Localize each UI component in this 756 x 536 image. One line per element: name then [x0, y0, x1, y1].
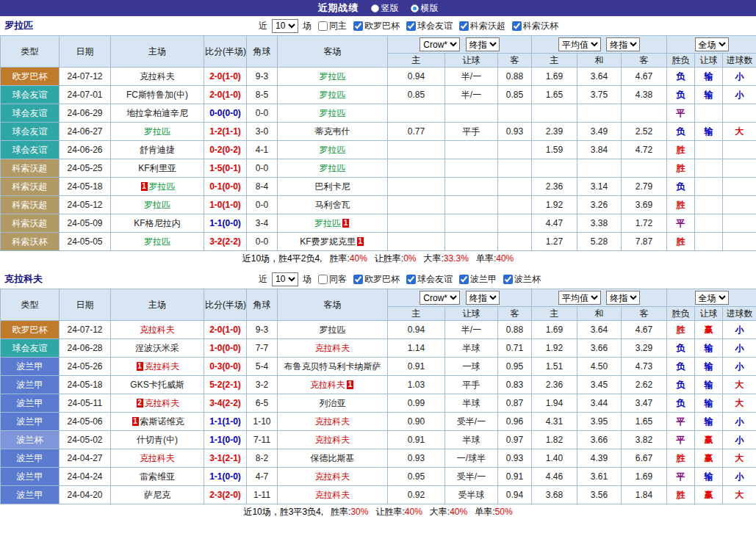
league-filter[interactable]: 欧罗巴杯 [353, 20, 400, 32]
same-venue-checkbox[interactable] [318, 275, 328, 284]
result-goals [723, 104, 756, 123]
odds-time-select[interactable]: 终指 [466, 291, 500, 305]
odds-away [498, 196, 532, 214]
avg-time-select[interactable]: 终指 [606, 37, 640, 51]
summary-prefix: 近10场，胜3平3负4, [243, 507, 323, 517]
match-row: 波兰甲24-05-112克拉科夫3-4(2-2)6-5列治亚0.99半球0.87… [1, 394, 756, 413]
match-score: 2-0(1-0) [204, 321, 247, 339]
league-checkbox[interactable] [353, 275, 363, 284]
odds-time-select[interactable]: 终指 [466, 37, 500, 51]
red-card-badge: 1 [342, 219, 349, 228]
league-filter[interactable]: 波兰杯 [503, 273, 541, 286]
team-label: 索斯诺维克 [140, 416, 184, 427]
corners: 3-2 [247, 376, 278, 394]
same-venue-filter[interactable]: 同客 [318, 273, 347, 286]
away-team: 布鲁克贝特马利卡纳斯萨 [278, 358, 388, 376]
team-label: 克拉科夫 [315, 471, 350, 482]
odds-source-select[interactable]: Crow* [420, 37, 460, 51]
league-filter[interactable]: 科索沃超 [459, 20, 505, 32]
avg-source-select[interactable]: 平均值 [558, 37, 601, 51]
red-card-badge: 1 [347, 380, 353, 389]
league-checkbox[interactable] [459, 275, 469, 284]
team-label: 罗拉匹 [320, 90, 346, 100]
recent-count-select[interactable]: 10 [272, 19, 298, 33]
match-row: 球会友谊24-06-26舒肯迪捷0-2(0-2)4-1罗拉匹1.593.844.… [1, 141, 756, 159]
corners: 4-1 [247, 141, 278, 159]
result-handicap: 赢 [695, 431, 723, 449]
league-checkbox[interactable] [459, 21, 469, 31]
scope-select[interactable]: 全场 [695, 37, 729, 51]
radio-icon[interactable] [411, 4, 419, 12]
home-team: 1克拉科夫 [111, 358, 204, 376]
red-card-badge: 1 [132, 417, 139, 426]
league-checkbox[interactable] [406, 21, 416, 31]
result-outcome: 负 [667, 178, 695, 196]
away-team: 罗拉匹 [278, 104, 388, 123]
odds-home: 0.85 [388, 86, 445, 104]
league-label: 科索沃杯 [523, 20, 558, 32]
avg-draw: 3.64 [577, 68, 622, 86]
top-header: 近期战绩 竖版 横版 [0, 0, 756, 16]
match-date: 24-05-02 [60, 431, 111, 449]
avg-away [622, 104, 667, 123]
match-score: 0-1(0-0) [204, 178, 247, 196]
team-label: 克拉科夫 [315, 435, 350, 445]
home-team: 2克拉科夫 [111, 394, 204, 413]
away-team: 克拉科夫 [278, 486, 388, 504]
odds-home: 1.03 [388, 376, 445, 394]
col-header-date: 日期 [60, 289, 111, 321]
team-label: 保德比斯基 [311, 453, 355, 463]
result-handicap: 输 [695, 394, 723, 413]
match-row: 波兰甲24-05-18GKS卡托威斯5-2(2-1)3-2克拉科夫11.03平手… [1, 376, 756, 394]
layout-radio-vertical[interactable]: 竖版 [371, 2, 399, 15]
scope-select[interactable]: 全场 [695, 291, 729, 305]
odds-away: 0.97 [498, 431, 532, 449]
avg-source-select[interactable]: 平均值 [558, 291, 601, 305]
recent-count-select[interactable]: 10 [272, 272, 298, 286]
league-filter[interactable]: 波兰甲 [459, 273, 497, 286]
league-type-badge: 波兰杯 [1, 431, 60, 449]
odds-handicap: 半球 [445, 339, 498, 358]
result-goals: 大 [723, 376, 756, 394]
match-date: 24-04-20 [60, 486, 111, 504]
league-checkbox[interactable] [503, 275, 513, 284]
corners: 0-0 [247, 196, 278, 214]
avg-home: 4.47 [532, 214, 577, 233]
avg-away: 2.79 [622, 178, 667, 196]
same-venue-checkbox[interactable] [318, 21, 328, 31]
home-team: 克拉科夫 [111, 321, 204, 339]
away-team: 罗拉匹 [278, 86, 388, 104]
match-date: 24-06-28 [60, 339, 111, 358]
odds-away [498, 159, 532, 178]
league-filter[interactable]: 科索沃杯 [512, 20, 558, 32]
avg-draw: 3.26 [577, 196, 622, 214]
avg-time-select[interactable]: 终指 [606, 291, 640, 305]
home-team: GKS卡托威斯 [111, 376, 204, 394]
away-team: 克拉科夫1 [278, 376, 388, 394]
odds-home [388, 233, 445, 251]
team-label: 克拉科夫 [140, 453, 175, 463]
col-header-score: 比分(半场) [204, 36, 247, 68]
odds-source-select[interactable]: Crow* [420, 291, 460, 305]
league-filter[interactable]: 球会友谊 [406, 273, 453, 286]
match-score: 5-2(2-1) [204, 376, 247, 394]
same-venue-label: 同客 [329, 273, 347, 286]
league-filter[interactable]: 球会友谊 [406, 20, 453, 32]
team-name: 克拉科夫 [4, 272, 43, 286]
league-filter[interactable]: 欧罗巴杯 [353, 273, 400, 286]
team-label: 罗拉匹 [149, 181, 176, 192]
league-checkbox[interactable] [406, 275, 416, 284]
same-venue-filter[interactable]: 同主 [318, 20, 347, 32]
avg-draw: 4.50 [577, 358, 622, 376]
match-score: 3-1(2-1) [204, 449, 247, 468]
result-goals: 小 [723, 413, 756, 431]
layout-radio-horizontal[interactable]: 横版 [411, 2, 439, 15]
league-checkbox[interactable] [353, 21, 363, 31]
sub-col-header: 和 [577, 307, 622, 321]
league-checkbox[interactable] [512, 21, 522, 31]
radio-icon[interactable] [371, 4, 379, 12]
sub-col-header: 胜负 [667, 54, 695, 68]
avg-away: 4.38 [622, 86, 667, 104]
match-row: 波兰杯24-05-02什切青(中)1-1(0-0)7-11克拉科夫0.91半球0… [1, 431, 756, 449]
result-outcome: 负 [667, 339, 695, 358]
